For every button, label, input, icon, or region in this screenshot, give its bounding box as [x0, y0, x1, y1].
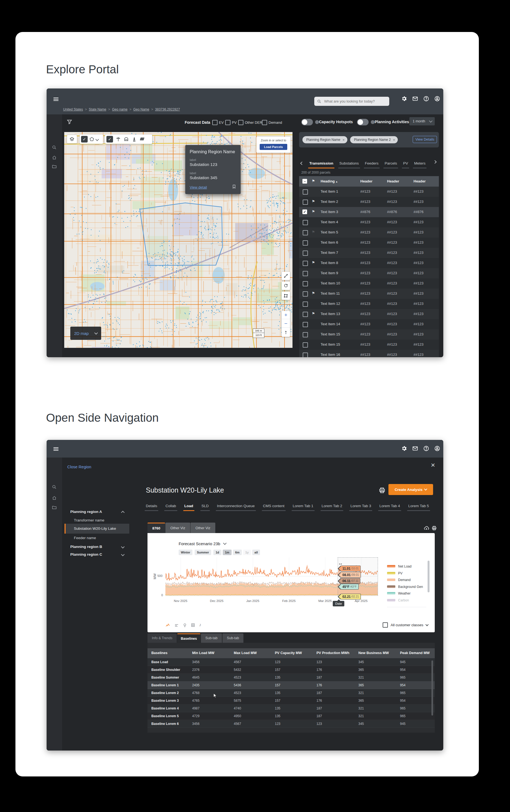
create-analysis-button[interactable]: Create Analysis — [389, 484, 433, 495]
row-checkbox[interactable] — [303, 251, 308, 256]
menu-icon[interactable] — [54, 97, 58, 98]
flag-icon[interactable]: ⚑ — [312, 209, 315, 213]
forecast-checkbox-demand[interactable] — [262, 120, 267, 125]
rail-home-icon[interactable] — [52, 155, 57, 160]
baselines-row[interactable]: Baseline Lorem 449874740135187321965 — [147, 704, 435, 712]
tab-collab[interactable]: Collab — [165, 504, 176, 511]
print-icon[interactable] — [378, 487, 386, 494]
row-checkbox[interactable] — [303, 240, 308, 245]
forecast-checkbox-pv[interactable] — [225, 120, 230, 125]
sub-tab-sub-tab[interactable]: Sub-tab — [201, 633, 222, 643]
zoom-out-button[interactable]: − — [282, 319, 290, 328]
viz-tab-8760[interactable]: 8760 — [147, 523, 165, 533]
range-pill-1y[interactable]: 1y — [243, 550, 251, 555]
customer-classes-checkbox[interactable] — [382, 622, 388, 628]
marker-tool-icon[interactable] — [182, 623, 187, 628]
region-chip[interactable]: Planning Region Name× — [303, 136, 347, 143]
row-checkbox[interactable] — [303, 200, 308, 205]
mail-icon[interactable] — [412, 445, 418, 452]
tab-lorem-tab-2[interactable]: Lorem Tab 2 — [322, 504, 342, 511]
tab-lorem-tab-4[interactable]: Lorem Tab 4 — [379, 504, 400, 511]
sub-tab-baselines[interactable]: Baselines — [177, 633, 200, 643]
lasso-tool-button[interactable] — [282, 282, 290, 290]
close-region-link[interactable]: Close Region — [67, 465, 91, 469]
chevron-down-icon[interactable] — [121, 553, 124, 556]
row-checkbox[interactable] — [303, 332, 308, 337]
view-detail-link[interactable]: View detail — [190, 185, 207, 190]
forecast-checkbox-other-der[interactable] — [238, 120, 244, 125]
season-pill-summer[interactable]: Summer — [195, 550, 211, 555]
legend-item-pv[interactable]: PV — [387, 571, 428, 575]
download-icon[interactable] — [424, 525, 429, 531]
tab-lorem-tab-1[interactable]: Lorem Tab 1 — [293, 504, 313, 511]
close-icon[interactable]: × — [431, 461, 435, 469]
baselines-row[interactable]: Baseline Lorem 634564567123123345945 — [147, 720, 435, 728]
row-checkbox[interactable] — [303, 312, 308, 317]
layers-icon[interactable] — [69, 137, 75, 142]
region-layer-checkbox[interactable]: ✓ — [81, 136, 88, 143]
nav-group-planning-region-b[interactable]: Planning region B — [70, 545, 102, 549]
bookmark-icon[interactable] — [232, 184, 236, 189]
measure-tool-button[interactable] — [282, 272, 290, 280]
transmission-tower-icon[interactable] — [115, 137, 121, 142]
series-list-tool-icon[interactable] — [174, 623, 179, 628]
music-note-tool-icon[interactable]: ♪ — [199, 622, 201, 627]
table-row[interactable]: ⚑Text Item 2##123##123##123 — [299, 197, 439, 207]
row-checkbox[interactable] — [303, 230, 308, 235]
legend-item-net-load[interactable]: Net Load — [387, 564, 428, 568]
table-heading-sort[interactable]: Heading ▲ — [321, 179, 338, 183]
view-details-button[interactable]: View Details — [413, 136, 437, 143]
row-checkbox[interactable] — [303, 301, 308, 307]
row-checkbox[interactable] — [303, 291, 308, 297]
chevron-up-icon[interactable] — [121, 511, 124, 514]
solar-panel-icon[interactable] — [140, 137, 145, 142]
baselines-row[interactable]: Baseline Lorem 124355436157176365954 — [147, 682, 435, 689]
rail-folder-icon[interactable] — [52, 164, 57, 169]
table-row[interactable]: Text Item 15##123##123##123 — [299, 340, 439, 350]
filter-funnel-icon[interactable] — [66, 119, 73, 125]
viz-tab-other-viz[interactable]: Other Viz — [165, 523, 190, 533]
customer-classes-filter[interactable]: All customer classes — [382, 622, 428, 628]
panel-tab-meters[interactable]: Meters — [414, 161, 425, 168]
select-all-checkbox[interactable]: – — [303, 179, 307, 183]
row-checkbox[interactable] — [303, 352, 308, 357]
polygon-layer-icon[interactable] — [89, 137, 94, 142]
chip-close-icon[interactable]: × — [393, 138, 395, 142]
panel-tab-feeders[interactable]: Feeders — [365, 161, 379, 168]
toggle-planning-activities[interactable] — [357, 119, 369, 125]
table-row[interactable]: Text Item 14##123##123##123 — [299, 319, 439, 330]
sub-tab-sub-tab[interactable]: Sub-tab — [223, 633, 244, 643]
resize-handle-icon[interactable]: ↔ — [338, 561, 343, 566]
period-select[interactable]: 1 month — [409, 117, 435, 125]
breadcrumb-link[interactable]: Geo name — [112, 108, 128, 111]
trendline-tool-icon[interactable] — [165, 623, 170, 628]
table-value-header[interactable]: Header — [360, 179, 372, 183]
legend-item-carbon[interactable]: Carbon — [387, 599, 428, 602]
nav-item[interactable]: Transformer name — [74, 518, 105, 522]
nav-group-planning-region-c[interactable]: Planning region C — [70, 552, 102, 556]
row-checkbox[interactable] — [303, 190, 308, 195]
table-row[interactable]: Text Item 9##123##123##123 — [299, 268, 439, 279]
nav-group-planning-region-a[interactable]: Planning region A — [70, 510, 102, 514]
table-row[interactable]: Text Item 4##123##123##123 — [299, 217, 439, 228]
legend-scrollbar[interactable] — [428, 561, 429, 592]
table-value-header[interactable]: Header — [414, 179, 426, 183]
chevron-down-icon[interactable] — [95, 138, 99, 141]
settings-gear-icon[interactable] — [401, 445, 407, 452]
help-icon[interactable] — [423, 445, 429, 452]
flag-icon[interactable]: ⚑ — [312, 230, 315, 234]
row-checkbox[interactable] — [303, 220, 308, 225]
baselines-row[interactable]: Baseline Shoulder23765432157176365954 — [147, 666, 435, 674]
table-row[interactable]: Text Item 7##123##123##123 — [299, 248, 439, 258]
grid-tool-icon[interactable] — [191, 623, 195, 627]
range-pill-all[interactable]: all — [252, 550, 260, 555]
tab-sld[interactable]: SLD — [201, 504, 209, 511]
table-row[interactable]: ⚑Text Item 8##123##123##123 — [299, 258, 439, 268]
rail-search-icon[interactable] — [52, 485, 57, 490]
panel-tab-transmission[interactable]: Transmission — [309, 161, 333, 168]
table-row[interactable]: ✓⚑Text Item 3##876##876##876 — [299, 207, 439, 218]
legend-item-weather[interactable]: Weather — [387, 591, 428, 596]
flag-icon[interactable]: ⚑ — [312, 199, 315, 203]
breadcrumb-link[interactable]: United States — [63, 108, 83, 111]
settings-gear-icon[interactable] — [401, 96, 407, 102]
